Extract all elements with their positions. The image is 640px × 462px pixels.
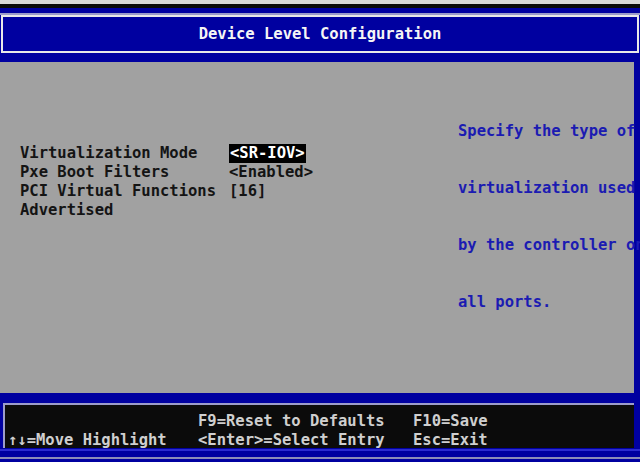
bios-setup-screen: Device Level Configuration Virtualizatio… (0, 0, 640, 462)
bottom-steel-line (0, 457, 640, 459)
page-title: Device Level Configuration (1, 15, 639, 53)
option-label-virtualization-mode: Virtualization Mode (20, 144, 197, 163)
help-line: by the controller on (458, 236, 634, 255)
bottom-bright-line (0, 449, 640, 451)
hotkey-select-entry: <Enter>=Select Entry (198, 431, 385, 450)
option-value-virtualization-mode[interactable]: <SR-IOV> (229, 144, 306, 163)
hotkey-reset-defaults: F9=Reset to Defaults (198, 412, 385, 431)
hotkey-move-highlight: ↑↓=Move Highlight (8, 431, 167, 450)
hotkey-save: F10=Save (413, 412, 488, 431)
option-label-pxe-boot-filters: Pxe Boot Filters (20, 163, 169, 182)
help-line: all ports. (458, 293, 634, 312)
top-black-strip (0, 4, 640, 8)
option-value-pci-virtual-functions[interactable]: [16] (229, 182, 266, 201)
form-content-area: Virtualization Mode <SR-IOV> Pxe Boot Fi… (0, 62, 634, 393)
help-text-panel: Specify the type of virtualization used … (458, 84, 634, 350)
option-label-pci-virtual-functions: PCI Virtual Functions (20, 182, 216, 201)
option-value-pxe-boot-filters[interactable]: <Enabled> (229, 163, 313, 182)
help-line: virtualization used (458, 179, 634, 198)
help-line: Specify the type of (458, 122, 634, 141)
hotkey-exit: Esc=Exit (413, 431, 488, 450)
option-label-advertised: Advertised (20, 201, 113, 220)
